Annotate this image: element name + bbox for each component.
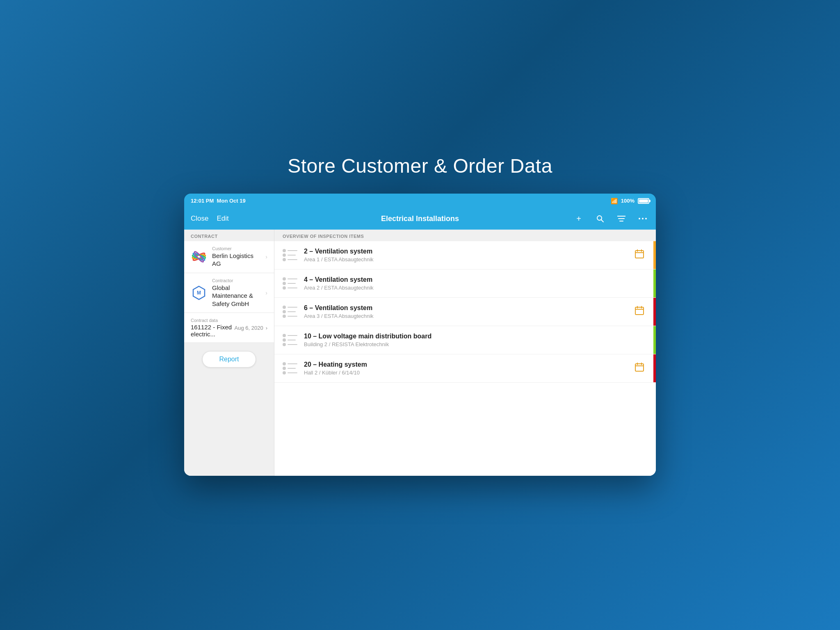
calendar-icon-1[interactable]: [635, 249, 644, 261]
inspection-subtitle-5: Hall 2 / Kübler / 6/14/10: [304, 370, 635, 376]
svg-rect-15: [635, 251, 644, 258]
inspection-subtitle-4: Building 2 / RESISTA Elektrotechnik: [304, 341, 648, 347]
contract-data-label: Contract data: [191, 318, 235, 323]
inspection-content-4: 10 – Low voltage main distribution board…: [304, 333, 648, 347]
list-icon-2: [283, 276, 297, 291]
customer-label: Customer: [212, 246, 260, 251]
nav-right: +: [559, 212, 649, 225]
contractor-logo: M: [191, 285, 207, 301]
calendar-icon-5[interactable]: [635, 362, 644, 374]
customer-item[interactable]: Customer Berlin Logistics AG ›: [184, 241, 274, 273]
inspection-actions-5: [635, 362, 648, 374]
inspection-item-2[interactable]: 4 – Ventilation system Area 2 / ESTA Abs…: [274, 269, 656, 298]
contractor-label: Contractor: [212, 278, 260, 283]
inspection-title-1: 2 – Ventilation system: [304, 248, 635, 255]
main-content: CONTRACT Customer Berlin Logistics AG: [184, 230, 656, 476]
inspection-subtitle-2: Area 2 / ESTA Absaugtechnik: [304, 285, 648, 291]
svg-point-7: [645, 218, 647, 219]
contractor-content: Contractor Global Maintenance & Safety G…: [212, 278, 260, 308]
indicator-3: [653, 298, 656, 326]
contract-section-header: CONTRACT: [184, 230, 274, 241]
inspection-item-3[interactable]: 6 – Ventilation system Area 3 / ESTA Abs…: [274, 298, 656, 326]
contract-data-value: 161122 - Fixed electric...: [191, 324, 235, 338]
status-bar: 12:01 PM Mon Oct 19 📶 100%: [184, 194, 656, 208]
list-icon-5: [283, 361, 297, 376]
add-button[interactable]: +: [572, 212, 585, 225]
nav-title: Electrical Installations: [381, 215, 459, 223]
svg-rect-19: [635, 307, 644, 315]
inspection-subtitle-1: Area 1 / ESTA Absaugtechnik: [304, 256, 635, 262]
contract-data-main: Contract data 161122 - Fixed electric...: [191, 318, 235, 338]
svg-text:M: M: [197, 290, 201, 296]
right-panel: OVERVIEW OF INSPECTION ITEMS 2 – Ventila…: [274, 230, 656, 476]
list-icon-3: [283, 304, 297, 319]
contract-data-right: Aug 6, 2020 ›: [235, 325, 267, 331]
inspection-content-5: 20 – Heating system Hall 2 / Kübler / 6/…: [304, 361, 635, 376]
inspection-title-5: 20 – Heating system: [304, 361, 635, 368]
edit-button[interactable]: Edit: [217, 213, 228, 224]
inspection-section-header: OVERVIEW OF INSPECTION ITEMS: [274, 230, 656, 241]
indicator-4: [653, 326, 656, 354]
more-button[interactable]: [636, 212, 649, 225]
inspection-title-3: 6 – Ventilation system: [304, 304, 635, 312]
contract-data-chevron: ›: [266, 325, 267, 331]
inspection-title-2: 4 – Ventilation system: [304, 276, 648, 283]
nav-bar: Close Edit Electrical Installations +: [184, 208, 656, 230]
customer-value: Berlin Logistics AG: [212, 252, 260, 268]
contractor-chevron: ›: [265, 290, 267, 296]
contractor-value: Global Maintenance & Safety GmbH: [212, 284, 260, 308]
list-icon-4: [283, 333, 297, 347]
inspection-subtitle-3: Area 3 / ESTA Absaugtechnik: [304, 313, 635, 319]
calendar-icon-3[interactable]: [635, 306, 644, 318]
indicator-5: [653, 354, 656, 382]
inspection-content-1: 2 – Ventilation system Area 1 / ESTA Abs…: [304, 248, 635, 262]
contract-data-item[interactable]: Contract data 161122 - Fixed electric...…: [184, 313, 274, 343]
inspection-item-1[interactable]: 2 – Ventilation system Area 1 / ESTA Abs…: [274, 241, 656, 269]
contract-data-date: Aug 6, 2020: [235, 325, 263, 331]
close-button[interactable]: Close: [191, 213, 208, 224]
customer-logo: [191, 249, 207, 265]
status-right: 📶 100%: [611, 198, 649, 204]
svg-point-5: [639, 218, 640, 219]
indicator-2: [653, 269, 656, 297]
inspection-title-4: 10 – Low voltage main distribution board: [304, 333, 648, 340]
indicator-1: [653, 241, 656, 269]
device-frame: 12:01 PM Mon Oct 19 📶 100% Close Edit El…: [184, 194, 656, 476]
nav-center: Electrical Installations: [281, 215, 559, 223]
inspection-content-2: 4 – Ventilation system Area 2 / ESTA Abs…: [304, 276, 648, 291]
battery-percent: 100%: [621, 198, 635, 204]
svg-rect-23: [635, 364, 644, 371]
inspection-item-4[interactable]: 10 – Low voltage main distribution board…: [274, 326, 656, 354]
report-button[interactable]: Report: [202, 351, 256, 368]
inspection-item-5[interactable]: 20 – Heating system Hall 2 / Kübler / 6/…: [274, 354, 656, 383]
svg-line-1: [601, 220, 604, 222]
filter-button[interactable]: [615, 212, 628, 225]
battery-icon: [638, 198, 649, 204]
list-icon-1: [283, 248, 297, 262]
contractor-item[interactable]: M Contractor Global Maintenance & Safety…: [184, 273, 274, 313]
customer-chevron: ›: [265, 253, 267, 260]
search-button[interactable]: [593, 212, 607, 225]
svg-point-6: [642, 218, 644, 219]
inspection-content-3: 6 – Ventilation system Area 3 / ESTA Abs…: [304, 304, 635, 319]
wifi-icon: 📶: [611, 198, 618, 204]
page-title: Store Customer & Order Data: [288, 155, 552, 177]
customer-content: Customer Berlin Logistics AG: [212, 246, 260, 268]
status-time: 12:01 PM Mon Oct 19: [191, 198, 246, 204]
inspection-actions-1: [635, 249, 648, 261]
left-panel: CONTRACT Customer Berlin Logistics AG: [184, 230, 274, 476]
inspection-actions-3: [635, 306, 648, 318]
nav-left: Close Edit: [191, 213, 281, 224]
